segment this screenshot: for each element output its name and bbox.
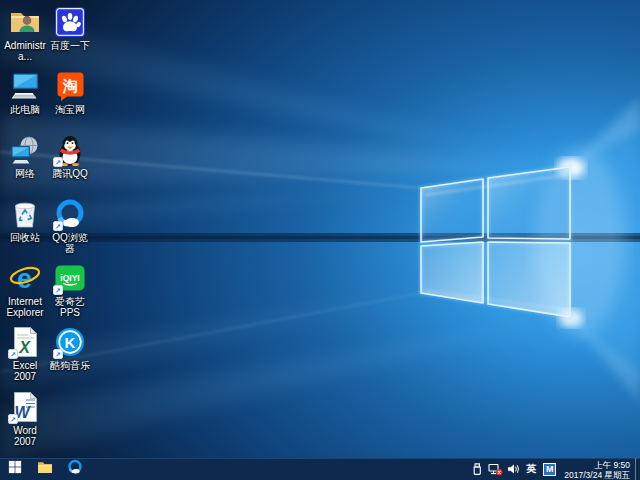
taobao-icon: 淘 bbox=[54, 70, 86, 102]
ime-language-indicator[interactable]: 英 bbox=[523, 461, 539, 477]
desktop-icon-recycle-bin[interactable]: 回收站 bbox=[3, 198, 47, 243]
icon-label: 回收站 bbox=[3, 232, 47, 243]
svg-text:iQIYI: iQIYI bbox=[60, 273, 79, 283]
desktop-icon-excel-2007[interactable]: X ↗Excel 2007 bbox=[3, 326, 47, 382]
kugou-music-icon: K ↗ bbox=[54, 326, 86, 358]
file-explorer-icon bbox=[37, 460, 53, 478]
desktop-icon-kugou-music[interactable]: K ↗酷狗音乐 bbox=[48, 326, 92, 371]
shortcut-arrow-icon: ↗ bbox=[8, 349, 18, 359]
baidu-icon bbox=[54, 6, 86, 38]
icon-label: 此电脑 bbox=[3, 104, 47, 115]
word-2007-icon: W ↗ bbox=[9, 391, 41, 423]
icon-label: Excel 2007 bbox=[3, 360, 47, 382]
volume-icon[interactable] bbox=[505, 461, 521, 477]
shortcut-arrow-icon: ↗ bbox=[53, 285, 63, 295]
desktop-icon-word-2007[interactable]: W ↗Word 2007 bbox=[3, 391, 47, 447]
administrator-icon bbox=[9, 6, 41, 38]
system-tray: 英 M 上午 9:50 2017/3/24 星期五 bbox=[468, 458, 640, 480]
icon-label: 腾讯QQ bbox=[48, 168, 92, 179]
desktop-icon-administrator[interactable]: Administra... bbox=[3, 6, 47, 62]
wallpaper-windows-hero bbox=[0, 0, 640, 458]
excel-2007-icon: X ↗ bbox=[9, 326, 41, 358]
icon-label: 酷狗音乐 bbox=[48, 360, 92, 371]
icon-label: 淘宝网 bbox=[48, 104, 92, 115]
usb-device-icon[interactable] bbox=[469, 461, 485, 477]
icon-label: Word 2007 bbox=[3, 425, 47, 447]
shortcut-arrow-icon: ↗ bbox=[53, 349, 63, 359]
taskbar-clock[interactable]: 上午 9:50 2017/3/24 星期五 bbox=[559, 459, 635, 480]
desktop-icon-iqiyi-pps[interactable]: iQIYI ↗爱奇艺PPS bbox=[48, 262, 92, 318]
windows-desktop: { "desktop": { "icons": [ {"id":"adminis… bbox=[0, 0, 640, 480]
desktop-icon-baidu[interactable]: 百度一下 bbox=[48, 6, 92, 51]
tencent-qq-icon: ↗ bbox=[54, 134, 86, 166]
this-pc-icon bbox=[9, 70, 41, 102]
ime-mode-badge[interactable]: M bbox=[543, 463, 556, 476]
desktop-icon-tencent-qq[interactable]: ↗腾讯QQ bbox=[48, 134, 92, 179]
desktop-icon-internet-explorer[interactable]: e Internet Explorer bbox=[3, 262, 47, 318]
shortcut-arrow-icon: ↗ bbox=[53, 221, 63, 231]
icon-label: 爱奇艺PPS bbox=[48, 296, 92, 318]
taskbar: 英 M 上午 9:50 2017/3/24 星期五 bbox=[0, 458, 640, 480]
desktop-icon-this-pc[interactable]: 此电脑 bbox=[3, 70, 47, 115]
recycle-bin-icon bbox=[9, 198, 41, 230]
svg-text:淘: 淘 bbox=[62, 77, 78, 94]
windows-logo-icon bbox=[8, 460, 22, 478]
svg-text:K: K bbox=[65, 334, 76, 351]
desktop-icon-taobao[interactable]: 淘 淘宝网 bbox=[48, 70, 92, 115]
taskbar-qq-browser-button[interactable] bbox=[60, 458, 90, 480]
qq-browser-icon bbox=[67, 459, 83, 479]
shortcut-arrow-icon: ↗ bbox=[8, 414, 18, 424]
clock-time: 上午 9:50 bbox=[564, 460, 630, 470]
icon-label: Internet Explorer bbox=[3, 296, 47, 318]
svg-text:X: X bbox=[18, 339, 31, 356]
network-disconnected-icon[interactable] bbox=[487, 461, 503, 477]
network-icon bbox=[9, 134, 41, 166]
desktop-icon-qq-browser[interactable]: ↗QQ浏览器 bbox=[48, 198, 92, 254]
desktop-area[interactable]: Administra... 百度一下 此电脑 淘 淘宝网 网络 bbox=[0, 0, 640, 458]
clock-date: 2017/3/24 星期五 bbox=[564, 470, 630, 480]
taskbar-file-explorer-button[interactable] bbox=[30, 458, 60, 480]
icon-label: Administra... bbox=[3, 40, 47, 62]
desktop-icon-network[interactable]: 网络 bbox=[3, 134, 47, 179]
icon-label: QQ浏览器 bbox=[48, 232, 92, 254]
show-desktop-button[interactable] bbox=[635, 458, 640, 480]
icon-label: 网络 bbox=[3, 168, 47, 179]
icon-label: 百度一下 bbox=[48, 40, 92, 51]
qq-browser-icon: ↗ bbox=[54, 198, 86, 230]
shortcut-arrow-icon: ↗ bbox=[53, 157, 63, 167]
start-button[interactable] bbox=[0, 458, 30, 480]
iqiyi-pps-icon: iQIYI ↗ bbox=[54, 262, 86, 294]
internet-explorer-icon: e bbox=[9, 262, 41, 294]
